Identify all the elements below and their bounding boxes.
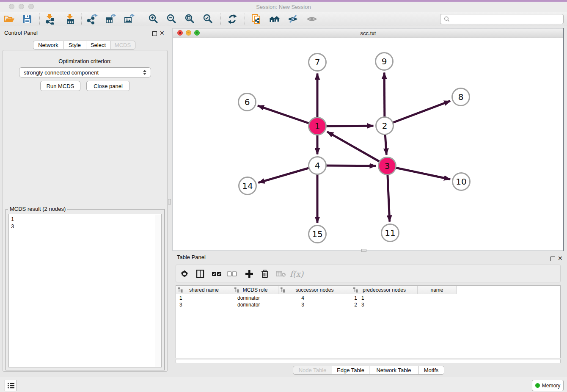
float-panel-icon[interactable]: [152, 31, 157, 36]
tab-motifs[interactable]: Motifs: [418, 366, 444, 375]
close-table-panel-icon[interactable]: ✕: [558, 256, 563, 261]
task-history-list-button[interactable]: [5, 380, 17, 391]
import-table-icon[interactable]: [63, 13, 77, 25]
table-horizontal-scrollbar[interactable]: [176, 359, 561, 363]
float-table-panel-icon[interactable]: [550, 257, 555, 261]
optimization-criterion-select[interactable]: strongly connected component: [19, 67, 151, 77]
edge-1-6[interactable]: [258, 106, 317, 126]
select-all-checkboxes-icon[interactable]: [209, 265, 224, 283]
graph-node-label: 4: [315, 160, 320, 171]
network-graph-canvas[interactable]: 7968124314101511: [173, 38, 563, 251]
tab-node-table[interactable]: Node Table: [293, 366, 332, 375]
export-image-icon[interactable]: [122, 13, 136, 25]
cell-shared-name[interactable]: 3: [179, 301, 182, 308]
tab-edge-table[interactable]: Edge Table: [332, 366, 369, 375]
network-window-title: scc.txt: [173, 30, 563, 36]
zoom-out-icon[interactable]: [165, 13, 179, 25]
export-network-icon[interactable]: [85, 13, 99, 25]
column-header-MCDS-role[interactable]: MCDS role: [232, 286, 278, 294]
graph-node-label: 9: [382, 56, 387, 66]
window-title: Session: New Session: [0, 4, 567, 10]
edges-layer: [258, 72, 450, 223]
save-session-icon[interactable]: [20, 13, 34, 25]
network-file-icon[interactable]: [249, 13, 263, 25]
run-mcds-button[interactable]: Run MCDS: [40, 81, 80, 91]
optimization-criterion-label: Optimization criterion:: [3, 58, 167, 64]
delete-icon[interactable]: [258, 265, 272, 283]
search-box[interactable]: [440, 14, 564, 24]
tab-network[interactable]: Network: [33, 41, 63, 50]
cell-name[interactable]: 3: [361, 301, 364, 308]
settings-gear-icon[interactable]: [177, 265, 192, 283]
memory-label: Memory: [542, 383, 560, 389]
toolbar-separator: [220, 14, 221, 25]
column-header-name[interactable]: name: [418, 286, 457, 294]
memory-status-dot: [535, 383, 540, 388]
graph-node-label: 11: [385, 228, 395, 238]
network-window-titlebar[interactable]: × − + scc.txt: [173, 28, 563, 38]
table-panel-title: Table Panel: [177, 254, 206, 260]
refresh-icon[interactable]: [225, 13, 239, 25]
eye-disabled-icon: [305, 13, 319, 25]
tab-network-table[interactable]: Network Table: [369, 366, 418, 375]
search-icon: [443, 16, 451, 22]
network-view-window: × − + scc.txt 7968124314101511: [173, 28, 564, 251]
graph-node-label: 1: [315, 121, 320, 131]
cell-predecessor-nodes[interactable]: 2: [328, 301, 357, 308]
cell-shared-name[interactable]: 1: [179, 295, 182, 301]
cell-name[interactable]: 1: [361, 295, 364, 301]
hide-panels-eye-icon[interactable]: [286, 13, 300, 25]
toolbar-separator: [142, 14, 142, 25]
close-panel-icon[interactable]: ✕: [160, 30, 165, 36]
close-panel-button[interactable]: Close panel: [86, 81, 130, 91]
result-scrollbar[interactable]: [155, 215, 161, 367]
cell-MCDS-role[interactable]: dominator: [237, 301, 260, 308]
edge-3-10[interactable]: [387, 166, 450, 179]
table-panel-tabs: Node TableEdge TableNetwork TableMotifs: [293, 366, 444, 375]
mcds-result-textarea[interactable]: 13: [8, 214, 162, 367]
control-panel-title: Control Panel: [4, 30, 38, 36]
node-table: shared nameMCDS rolesuccessor nodesprede…: [176, 285, 561, 358]
vertical-splitter-handle[interactable]: [168, 199, 171, 204]
export-table-icon[interactable]: [103, 13, 118, 25]
add-column-icon[interactable]: [242, 265, 256, 283]
mcds-result-lines: 13: [9, 214, 161, 230]
zoom-selected-icon[interactable]: [201, 13, 215, 25]
horizontal-splitter-handle[interactable]: [361, 249, 366, 252]
column-header-predecessor-nodes[interactable]: predecessor nodes: [351, 286, 418, 294]
graph-node-label: 15: [312, 229, 322, 239]
mcds-tab-content: Optimization criterion: strongly connect…: [3, 50, 168, 372]
toolbar-separator: [39, 14, 40, 25]
memory-button[interactable]: Memory: [532, 380, 564, 391]
zoom-fit-icon[interactable]: [183, 13, 197, 25]
cell-successor-nodes[interactable]: 3: [275, 301, 304, 308]
search-input[interactable]: [451, 16, 563, 22]
open-file-icon[interactable]: [2, 13, 17, 25]
titlebar: Session: New Session: [0, 2, 567, 12]
cell-successor-nodes[interactable]: 4: [275, 295, 304, 301]
graph-node-label: 10: [456, 177, 466, 187]
columns-icon[interactable]: [193, 265, 207, 283]
main-toolbar: [0, 12, 567, 26]
cell-MCDS-role[interactable]: dominator: [237, 295, 260, 301]
result-line: 3: [11, 223, 161, 230]
cell-predecessor-nodes[interactable]: 1: [328, 295, 357, 301]
column-header-successor-nodes[interactable]: successor nodes: [278, 286, 351, 294]
edge-2-8[interactable]: [385, 101, 450, 126]
zoom-in-icon[interactable]: [146, 13, 161, 25]
tab-select[interactable]: Select: [86, 41, 110, 50]
edge-3-1[interactable]: [327, 132, 387, 166]
mcds-result-title: MCDS result (2 nodes): [8, 206, 67, 212]
column-header-shared-name[interactable]: shared name: [176, 286, 232, 294]
import-network-icon[interactable]: [43, 13, 57, 25]
tab-mcds[interactable]: MCDS: [110, 41, 135, 50]
tab-style[interactable]: Style: [63, 41, 86, 50]
select-chevrons-icon: [141, 69, 148, 76]
graph-node-label: 2: [382, 121, 388, 131]
graph-node-label: 6: [245, 97, 250, 107]
table-toolbar: f(x): [176, 265, 561, 282]
status-bar: Memory: [0, 377, 567, 392]
graph-node-label: 3: [385, 161, 390, 171]
home-icon[interactable]: [267, 13, 282, 25]
deselect-all-checkboxes-icon[interactable]: [225, 265, 239, 283]
